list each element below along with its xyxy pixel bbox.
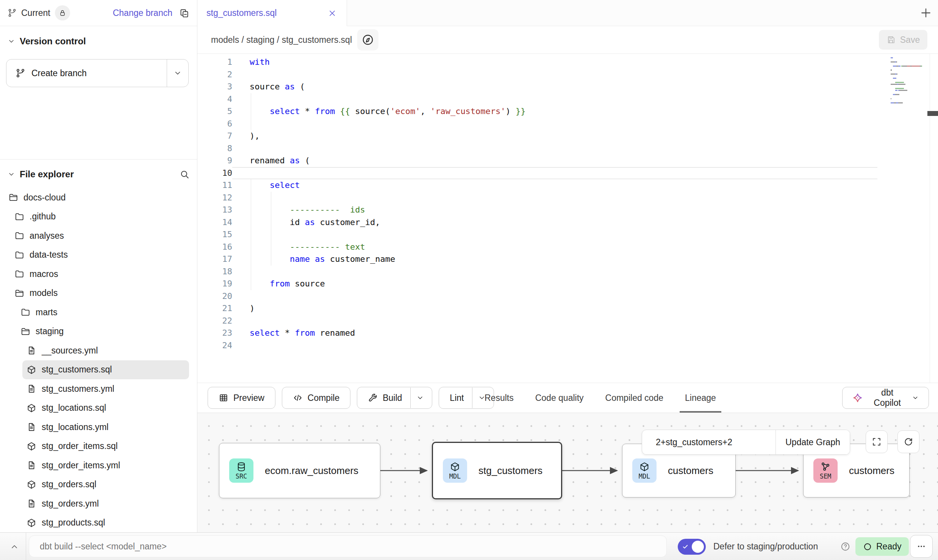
breadcrumb: models / staging / stg_customers.sql	[211, 35, 352, 45]
check-icon	[682, 543, 689, 550]
node-type-badge: MDL	[443, 458, 467, 483]
tab-code-quality[interactable]: Code quality	[535, 383, 584, 413]
expand-command-bar-button[interactable]	[10, 542, 19, 551]
tab-results[interactable]: Results	[485, 383, 514, 413]
tree-item-stg-orders-yml[interactable]: stg_orders.yml	[0, 494, 197, 513]
scrollbar-marker[interactable]	[927, 111, 938, 116]
code-line: 14 id as customer_id,	[197, 216, 877, 229]
tree-item-docs-cloud[interactable]: docs-cloud	[0, 188, 197, 207]
ready-status-badge[interactable]: Ready	[855, 537, 909, 556]
tree-item-stg-products-sql[interactable]: stg_products.sql	[0, 513, 197, 533]
dbt-command-input[interactable]	[29, 535, 667, 557]
lineage-selector-input[interactable]	[642, 430, 775, 454]
preview-button[interactable]: Preview	[208, 387, 275, 409]
node-label: customers	[849, 465, 894, 477]
wrench-icon	[368, 393, 378, 403]
ellipsis-icon	[916, 541, 927, 552]
code-line: 13 ---------- ids	[197, 204, 877, 216]
folder-open-icon	[14, 288, 24, 298]
search-icon[interactable]	[180, 169, 189, 179]
tab-stg-customers-sql[interactable]: stg_customers.sql	[197, 0, 347, 26]
tree-item-label: macros	[30, 269, 58, 279]
code-line: 7),	[197, 130, 877, 142]
tree-item-data-tests[interactable]: data-tests	[0, 246, 197, 265]
fullscreen-icon	[871, 436, 882, 447]
tree-item-stg-locations-sql[interactable]: stg_locations.sql	[0, 399, 197, 418]
save-button[interactable]: Save	[879, 30, 927, 50]
update-graph-button[interactable]: Update Graph	[775, 430, 850, 454]
lineage-node-ecom-raw-customers[interactable]: SRCecom.raw_customers	[219, 443, 380, 498]
tree-item--sources-yml[interactable]: __sources.yml	[0, 341, 197, 360]
new-tab-button[interactable]	[920, 7, 932, 19]
git-branch-icon	[16, 68, 25, 78]
lint-label: Lint	[450, 393, 464, 403]
defer-toggle[interactable]	[678, 539, 706, 555]
tree-item-marts[interactable]: marts	[0, 303, 197, 322]
build-dropdown[interactable]	[410, 388, 430, 408]
code-line: 23select * from renamed	[197, 327, 877, 339]
tree-item-staging[interactable]: staging	[0, 322, 197, 341]
tab-lineage[interactable]: Lineage	[685, 383, 716, 413]
refresh-button[interactable]	[897, 430, 919, 453]
tree-item-label: stg_customers.yml	[42, 384, 114, 394]
model-icon	[27, 480, 36, 490]
copy-icon[interactable]	[179, 8, 189, 18]
lineage-node-stg-customers[interactable]: MDLstg_customers	[432, 442, 562, 499]
minimap[interactable]	[891, 57, 921, 106]
fullscreen-button[interactable]	[866, 430, 888, 453]
copilot-edit-button[interactable]	[357, 29, 378, 50]
tree-item-label: data-tests	[30, 250, 68, 260]
lineage-selector: Update Graph	[642, 430, 850, 455]
tree-item-models[interactable]: models	[0, 284, 197, 303]
lineage-canvas[interactable]: SRCecom.raw_customersMDLstg_customersMDL…	[197, 413, 938, 532]
code-editor[interactable]: 1with23source as (45 select * from {{ so…	[197, 54, 938, 383]
tree-item-stg-order-items-sql[interactable]: stg_order_items.sql	[0, 437, 197, 456]
code-line: 16 ---------- text	[197, 241, 877, 253]
tree-item-label: staging	[36, 326, 64, 336]
current-branch-label: Current	[21, 8, 50, 18]
change-branch-link[interactable]: Change branch	[113, 8, 172, 18]
folder-icon	[14, 250, 24, 260]
file-icon	[27, 460, 36, 470]
chevron-down-icon	[416, 394, 424, 402]
node-type-badge: MDL	[632, 458, 657, 483]
folder-icon	[14, 231, 24, 241]
tab-compiled-code[interactable]: Compiled code	[605, 383, 663, 413]
tree-item-stg-customers-sql[interactable]: stg_customers.sql	[22, 360, 189, 380]
main-panel: stg_customers.sql models / staging / stg…	[197, 0, 938, 532]
tree-item-stg-customers-yml[interactable]: stg_customers.yml	[0, 379, 197, 399]
line-number: 23	[197, 327, 232, 339]
line-number: 10	[197, 167, 232, 180]
create-branch-dropdown[interactable]	[167, 59, 188, 87]
code-line: 19 from source	[197, 278, 877, 290]
dbt-copilot-button[interactable]: dbt Copilot	[842, 387, 929, 409]
version-control-header[interactable]: Version control	[0, 33, 197, 50]
line-number: 15	[197, 228, 232, 241]
node-type-label: MDL	[449, 472, 461, 480]
line-number: 19	[197, 278, 232, 290]
tree-item-macros[interactable]: macros	[0, 264, 197, 284]
status-circle-icon	[863, 542, 872, 551]
tree-item--github[interactable]: .github	[0, 207, 197, 227]
tree-item-analyses[interactable]: analyses	[0, 226, 197, 246]
close-icon[interactable]	[328, 9, 337, 18]
more-options-button[interactable]	[910, 535, 933, 558]
file-explorer-header[interactable]: File explorer	[0, 166, 197, 183]
code-lines: 1with23source as (45 select * from {{ so…	[197, 56, 877, 352]
line-number: 13	[197, 204, 232, 216]
build-button[interactable]: Build	[357, 387, 432, 409]
create-branch-button[interactable]: Create branch	[6, 59, 189, 87]
scrollbar-track[interactable]	[930, 54, 930, 383]
help-icon[interactable]	[840, 541, 850, 552]
tree-item-stg-orders-sql[interactable]: stg_orders.sql	[0, 475, 197, 494]
compile-button[interactable]: Compile	[282, 387, 350, 409]
node-type-label: SEM	[820, 472, 832, 480]
tree-item-stg-order-items-yml[interactable]: stg_order_items.yml	[0, 456, 197, 475]
tree-item-stg-locations-yml[interactable]: stg_locations.yml	[0, 418, 197, 437]
copilot-compass-icon	[361, 33, 374, 46]
line-number: 24	[197, 339, 232, 352]
defer-label: Defer to staging/production	[713, 533, 818, 560]
code-line: 17 name as customer_name	[197, 253, 877, 266]
line-number: 7	[197, 130, 232, 142]
tab-title: stg_customers.sql	[206, 8, 328, 18]
